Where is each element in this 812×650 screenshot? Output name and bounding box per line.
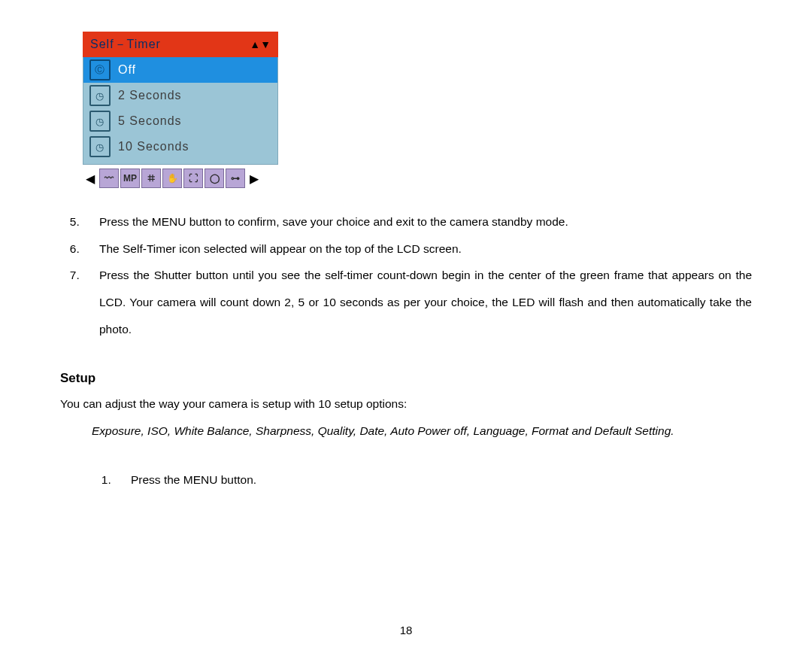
strip-icon-bars: ꖛ [141,169,161,188]
strip-right-arrow-icon: ▶ [247,172,262,186]
self-timer-steps: Press the MENU button to confirm, save y… [60,208,752,342]
menu-option-label: Off [118,63,136,77]
menu-header: Self－Timer ▲▼ [83,32,278,57]
timer-10s-icon: ◷ [89,136,111,157]
setup-intro: You can adjust the way your camera is se… [60,390,752,418]
step-7: Press the Shutter button until you see t… [83,262,752,342]
strip-icon-hand: ✋ [162,169,182,188]
step-5: Press the MENU button to confirm, save y… [83,208,752,235]
strip-icon-mp: MP [120,169,140,188]
strip-icon-key: ⊶ [226,169,245,188]
menu-option-label: 10 Seconds [118,140,189,153]
menu-option-5s: ◷ 5 Seconds [83,108,277,134]
step-6: The Self-Timer icon selected will appear… [83,235,752,263]
menu-updown-arrows: ▲▼ [250,38,271,50]
menu-title: Self－Timer [90,37,161,53]
strip-icon-focus: ⛶ [183,169,203,188]
timer-off-icon: Ⓒ [89,59,111,80]
menu-mode-strip: ◀ 〰 MP ꖛ ✋ ⛶ ◯ ⊶ ▶ [83,168,278,189]
camera-menu-figure: Self－Timer ▲▼ Ⓒ Off ◷ 2 Seconds ◷ 5 Seco… [83,32,278,189]
strip-icon-circle: ◯ [205,169,224,188]
setup-step-1: Press the MENU button. [114,466,752,494]
setup-options-list: Exposure, ISO, White Balance, Sharpness,… [92,418,752,445]
menu-option-10s: ◷ 10 Seconds [83,134,277,159]
timer-2s-icon: ◷ [89,85,111,106]
menu-option-2s: ◷ 2 Seconds [83,83,277,108]
menu-option-label: 2 Seconds [118,89,182,102]
strip-left-arrow-icon: ◀ [83,172,98,186]
timer-5s-icon: ◷ [89,111,111,132]
menu-options: Ⓒ Off ◷ 2 Seconds ◷ 5 Seconds ◷ 10 Secon… [83,57,278,165]
page-number: 18 [0,624,812,636]
setup-heading: Setup [60,371,752,386]
menu-option-label: 5 Seconds [118,114,182,128]
setup-steps: Press the MENU button. [92,466,752,494]
strip-icon-wave: 〰 [99,169,119,188]
menu-option-off: Ⓒ Off [83,57,277,83]
